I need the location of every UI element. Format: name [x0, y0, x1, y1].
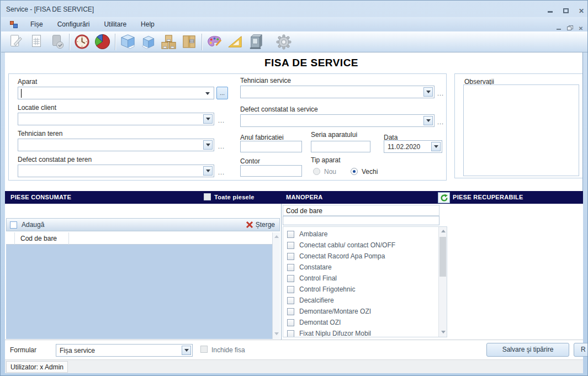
- toolbar-separator: [69, 34, 70, 50]
- item-checkbox[interactable]: [287, 297, 294, 304]
- dropdown-button[interactable]: [203, 140, 213, 150]
- defect-teren-combobox[interactable]: [18, 165, 214, 177]
- minimize-icon[interactable]: [543, 6, 557, 13]
- gear-icon[interactable]: [273, 33, 294, 51]
- radio-vechi[interactable]: [351, 168, 358, 175]
- tehnician-teren-browse-button[interactable]: ...: [218, 143, 225, 150]
- blue-box-icon[interactable]: [118, 33, 138, 51]
- item-label: Control Final: [299, 274, 337, 282]
- dropdown-button[interactable]: [423, 116, 433, 125]
- observatii-textarea[interactable]: [463, 84, 579, 176]
- locatie-client-browse-button[interactable]: ...: [218, 117, 225, 124]
- manopera-list-item[interactable]: Fixat Niplu Difuzor Mobil: [283, 328, 447, 337]
- scroll-down-icon[interactable]: [441, 331, 446, 333]
- refresh-button[interactable]: [438, 192, 450, 203]
- manopera-scrollbar[interactable]: [438, 227, 447, 337]
- dropdown-button[interactable]: [423, 87, 433, 97]
- inchide-fisa-label[interactable]: Inchide fisa: [211, 346, 245, 354]
- document-edit-icon[interactable]: [6, 33, 26, 51]
- document-check-icon[interactable]: [46, 33, 67, 51]
- locatie-client-combobox[interactable]: [18, 113, 214, 125]
- aparat-combobox[interactable]: [18, 87, 214, 99]
- chevron-down-icon[interactable]: [205, 92, 210, 95]
- toate-piesele-checkbox[interactable]: [204, 193, 211, 200]
- grid-column-cod-de-bare[interactable]: Cod de bare: [15, 232, 69, 245]
- salvare-tiparire-button[interactable]: Salvare şi tipărire: [486, 343, 569, 357]
- aparat-browse-button[interactable]: ...: [216, 87, 228, 99]
- mdi-minimize-icon[interactable]: [554, 23, 563, 29]
- stacked-boxes-icon[interactable]: [158, 33, 179, 51]
- item-checkbox[interactable]: [287, 231, 294, 238]
- scroll-down-icon[interactable]: [274, 332, 279, 335]
- item-checkbox[interactable]: [287, 286, 294, 293]
- title-bar[interactable]: Service - [FISA DE SERVICE] ✕: [1, 1, 588, 17]
- blue-box-alt-icon[interactable]: [138, 33, 158, 51]
- manopera-list-item[interactable]: Demontat OZI: [283, 317, 447, 328]
- refresh-icon: [440, 194, 448, 202]
- dropdown-button[interactable]: [431, 142, 441, 151]
- mdi-close-icon[interactable]: ✕: [576, 23, 585, 29]
- manopera-list-item[interactable]: Control Frigotehnic: [283, 284, 447, 295]
- manopera-list-item[interactable]: Conectat Racord Apa Pompa: [283, 251, 447, 262]
- radio-nou-label[interactable]: Nou: [324, 168, 336, 176]
- scroll-up-icon[interactable]: [441, 230, 446, 232]
- palette-icon[interactable]: [204, 33, 225, 51]
- clipped-right-button[interactable]: R: [574, 343, 588, 357]
- manopera-list-item[interactable]: Constatare: [283, 262, 447, 273]
- manopera-list-item[interactable]: Demontare/Montare OZI: [283, 306, 447, 317]
- grid-vertical-scrollbar[interactable]: [272, 232, 280, 339]
- report-table-icon[interactable]: [26, 33, 46, 51]
- manopera-list-item[interactable]: Conectat cablu/ contact ON/OFF: [283, 240, 447, 251]
- formular-combobox[interactable]: Fișa service: [56, 344, 193, 357]
- radio-nou[interactable]: [313, 168, 320, 175]
- manopera-list-item[interactable]: Control Final: [283, 273, 447, 284]
- pie-chart-icon[interactable]: [92, 33, 113, 51]
- item-checkbox[interactable]: [287, 253, 294, 260]
- contor-label: Contor: [240, 157, 260, 165]
- toate-piesele-label[interactable]: Toate piesele: [214, 194, 255, 200]
- item-checkbox[interactable]: [287, 264, 294, 271]
- clock-icon[interactable]: [72, 33, 92, 51]
- machine-icon[interactable]: [245, 33, 266, 51]
- seria-aparatului-input[interactable]: [311, 141, 370, 152]
- tehnician-teren-combobox[interactable]: [18, 139, 214, 151]
- scroll-up-icon[interactable]: [274, 235, 279, 238]
- sterge-button[interactable]: Șterge: [246, 221, 279, 229]
- item-checkbox[interactable]: [287, 275, 294, 282]
- package-icon[interactable]: [179, 33, 199, 51]
- item-checkbox[interactable]: [287, 330, 294, 337]
- manopera-cod-de-bare-input[interactable]: [283, 216, 439, 225]
- menu-item[interactable]: Configurări: [50, 17, 97, 31]
- data-datepicker[interactable]: 11.02.2020: [384, 140, 442, 153]
- menu-item[interactable]: Fișe: [23, 17, 50, 31]
- item-checkbox[interactable]: [287, 319, 294, 326]
- dropdown-button[interactable]: [182, 346, 191, 355]
- radio-vechi-label[interactable]: Vechi: [362, 168, 378, 176]
- tehnician-service-combobox[interactable]: [240, 86, 435, 98]
- defect-teren-browse-button[interactable]: ...: [218, 169, 225, 176]
- mdi-restore-icon[interactable]: [565, 23, 574, 29]
- contor-input[interactable]: [240, 165, 302, 177]
- manopera-list-item[interactable]: Ambalare: [283, 229, 447, 240]
- tehnician-service-browse-button[interactable]: ...: [437, 90, 444, 97]
- dropdown-button[interactable]: [203, 114, 213, 124]
- menu-item[interactable]: Utilitare: [97, 17, 134, 31]
- bottom-bar: Formular Fișa service Inchide fisa Salva…: [5, 340, 583, 359]
- grid-body[interactable]: [6, 245, 272, 339]
- defect-service-combobox[interactable]: [240, 114, 435, 127]
- dropdown-button[interactable]: [203, 166, 213, 176]
- adauga-button[interactable]: Adaugă: [22, 221, 44, 229]
- item-checkbox[interactable]: [287, 308, 294, 315]
- ruler-triangle-icon[interactable]: [225, 33, 245, 51]
- scrollbar-thumb[interactable]: [439, 237, 446, 277]
- close-icon[interactable]: ✕: [575, 6, 588, 13]
- menu-item[interactable]: Help: [134, 17, 162, 31]
- restore-icon[interactable]: [559, 6, 573, 13]
- anul-fabricatiei-input[interactable]: [240, 141, 302, 152]
- item-checkbox[interactable]: [287, 242, 294, 249]
- anul-fabricatiei-label: Anul fabricatiei: [240, 134, 284, 141]
- inchide-fisa-checkbox[interactable]: [200, 346, 208, 353]
- defect-service-browse-button[interactable]: ...: [437, 119, 444, 125]
- toolbar-separator: [202, 34, 202, 50]
- manopera-list-item[interactable]: Decalcifiere: [283, 295, 447, 306]
